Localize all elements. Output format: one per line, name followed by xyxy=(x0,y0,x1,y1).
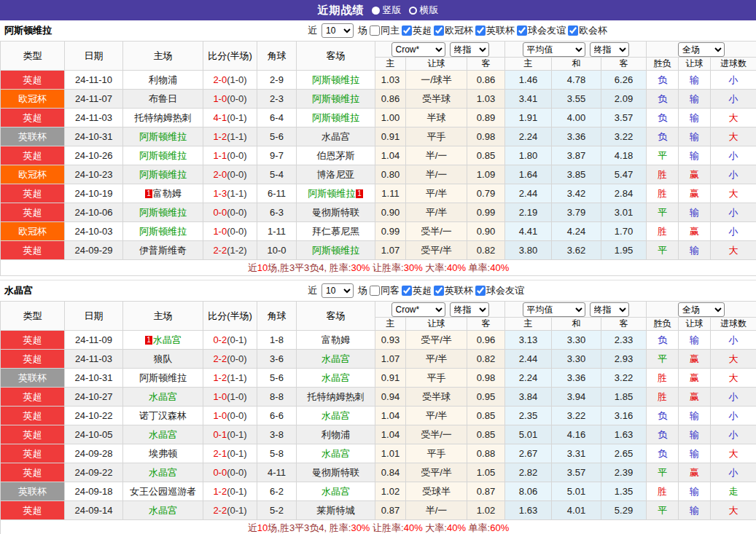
fulltime-score[interactable]: 2-0 xyxy=(213,74,227,85)
fulltime-score[interactable]: 1-0 xyxy=(213,391,227,402)
halftime-score[interactable]: (1-0) xyxy=(227,391,246,402)
radio-unselected-icon[interactable] xyxy=(409,7,417,15)
league-filter[interactable]: 英联杯 xyxy=(434,284,473,297)
fulltime-score[interactable]: 1-0 xyxy=(213,93,227,104)
away-team-name[interactable]: 阿斯顿维拉 xyxy=(312,245,359,256)
fulltime-score[interactable]: 4-1 xyxy=(213,112,227,123)
halftime-score[interactable]: (0-0) xyxy=(227,353,246,364)
away-team-name[interactable]: 曼彻斯特联 xyxy=(312,207,359,218)
league-filter[interactable]: 球会友谊 xyxy=(517,24,566,37)
average-select[interactable]: 平均值 xyxy=(523,302,585,317)
home-team-name[interactable]: 女王公园巡游者 xyxy=(130,486,196,497)
fulltime-select[interactable]: 全场 xyxy=(678,302,725,317)
home-team-name[interactable]: 水晶宫 xyxy=(149,505,177,516)
same-away-checkbox[interactable] xyxy=(370,286,380,296)
home-team-name[interactable]: 水晶宫 xyxy=(153,334,182,345)
league-checkbox[interactable] xyxy=(568,25,578,36)
home-team-name[interactable]: 托特纳姆热刺 xyxy=(135,112,192,123)
home-team-name[interactable]: 利物浦 xyxy=(149,74,177,85)
away-team-name[interactable]: 托特纳姆热刺 xyxy=(308,391,365,402)
away-team-name[interactable]: 水晶宫 xyxy=(322,372,350,383)
league-checkbox[interactable] xyxy=(475,25,486,36)
home-team-name[interactable]: 布鲁日 xyxy=(149,93,177,104)
halftime-score[interactable]: (0-1) xyxy=(227,429,246,440)
league-checkbox[interactable] xyxy=(434,286,444,296)
fulltime-score[interactable]: 0-2 xyxy=(213,334,227,345)
away-team-name[interactable]: 水晶宫 xyxy=(322,448,350,459)
home-team-name[interactable]: 阿斯顿维拉 xyxy=(139,131,187,142)
halftime-score[interactable]: (1-1) xyxy=(227,372,246,383)
home-team-name[interactable]: 阿斯顿维拉 xyxy=(139,169,187,180)
home-team-name[interactable]: 阿斯顿维拉 xyxy=(139,150,187,161)
fulltime-score[interactable]: 2-1 xyxy=(213,448,227,459)
halftime-score[interactable]: (0-0) xyxy=(227,169,246,180)
away-team-name[interactable]: 富勒姆 xyxy=(322,334,350,345)
away-team-name[interactable]: 阿斯顿维拉 xyxy=(312,93,359,104)
final-odds-select[interactable]: 终指 xyxy=(590,42,629,57)
league-checkbox[interactable] xyxy=(402,286,412,296)
halftime-score[interactable]: (0-1) xyxy=(227,112,246,123)
away-team-name[interactable]: 博洛尼亚 xyxy=(317,169,355,180)
layout-option-vertical[interactable]: 竖版 xyxy=(372,4,402,17)
league-checkbox[interactable] xyxy=(517,25,527,36)
home-team-name[interactable]: 水晶宫 xyxy=(149,429,177,440)
home-team-name[interactable]: 富勒姆 xyxy=(153,188,182,199)
halftime-score[interactable]: (1-1) xyxy=(227,131,246,142)
average-select[interactable]: 平均值 xyxy=(523,42,585,57)
bookmaker-select[interactable]: Crow* xyxy=(391,42,445,57)
away-team-name[interactable]: 水晶宫 xyxy=(322,131,350,142)
league-filter[interactable]: 英超 xyxy=(402,24,432,37)
fulltime-score[interactable]: 1-0 xyxy=(213,410,227,421)
away-team-name[interactable]: 拜仁慕尼黑 xyxy=(312,226,359,237)
halftime-score[interactable]: (0-0) xyxy=(227,226,246,237)
halftime-score[interactable]: (1-2) xyxy=(227,245,246,256)
same-away-filter[interactable]: 同客 xyxy=(370,284,400,297)
league-filter[interactable]: 欧冠杯 xyxy=(434,24,473,37)
halftime-score[interactable]: (0-1) xyxy=(227,334,246,345)
match-count-select[interactable]: 10 xyxy=(322,283,354,298)
halftime-score[interactable]: (1-0) xyxy=(227,74,246,85)
fulltime-score[interactable]: 2-2 xyxy=(213,245,227,256)
away-team-name[interactable]: 阿斯顿维拉 xyxy=(312,112,359,123)
halftime-score[interactable]: (1-1) xyxy=(227,188,246,199)
fulltime-score[interactable]: 1-2 xyxy=(213,372,227,383)
halftime-score[interactable]: (0-0) xyxy=(227,93,246,104)
bookmaker-select[interactable]: Crow* xyxy=(391,302,445,317)
league-checkbox[interactable] xyxy=(434,25,444,36)
league-filter[interactable]: 球会友谊 xyxy=(475,284,524,297)
radio-selected-icon[interactable] xyxy=(372,7,380,15)
away-team-name[interactable]: 水晶宫 xyxy=(322,353,350,364)
fulltime-score[interactable]: 0-1 xyxy=(213,429,227,440)
league-checkbox[interactable] xyxy=(402,25,412,36)
away-team-name[interactable]: 水晶宫 xyxy=(322,410,350,421)
home-team-name[interactable]: 阿斯顿维拉 xyxy=(139,372,187,383)
away-team-name[interactable]: 阿斯顿维拉 xyxy=(308,188,355,199)
fulltime-score[interactable]: 0-0 xyxy=(213,207,227,218)
match-count-select[interactable]: 10 xyxy=(322,23,354,38)
final-odds-select[interactable]: 终指 xyxy=(590,302,629,317)
fulltime-score[interactable]: 1-3 xyxy=(213,188,227,199)
fulltime-score[interactable]: 1-0 xyxy=(213,226,227,237)
halftime-score[interactable]: (0-1) xyxy=(227,505,246,516)
away-team-name[interactable]: 莱斯特城 xyxy=(317,505,355,516)
away-team-name[interactable]: 曼彻斯特联 xyxy=(312,467,359,478)
home-team-name[interactable]: 阿斯顿维拉 xyxy=(139,226,187,237)
home-team-name[interactable]: 埃弗顿 xyxy=(149,448,177,459)
halftime-score[interactable]: (0-0) xyxy=(227,410,246,421)
halftime-score[interactable]: (0-1) xyxy=(227,448,246,459)
same-home-checkbox[interactable] xyxy=(370,25,380,36)
final-odds-select[interactable]: 终指 xyxy=(450,302,489,317)
fulltime-score[interactable]: 1-2 xyxy=(213,486,227,497)
home-team-name[interactable]: 水晶宫 xyxy=(149,467,177,478)
fulltime-score[interactable]: 2-0 xyxy=(213,169,227,180)
home-team-name[interactable]: 诺丁汉森林 xyxy=(139,410,187,421)
away-team-name[interactable]: 利物浦 xyxy=(322,429,350,440)
fulltime-select[interactable]: 全场 xyxy=(678,42,725,57)
halftime-score[interactable]: (0-1) xyxy=(227,486,246,497)
halftime-score[interactable]: (0-0) xyxy=(227,467,246,478)
halftime-score[interactable]: (0-0) xyxy=(227,150,246,161)
fulltime-score[interactable]: 1-2 xyxy=(213,131,227,142)
final-odds-select[interactable]: 终指 xyxy=(450,42,489,57)
fulltime-score[interactable]: 2-2 xyxy=(213,353,227,364)
league-filter[interactable]: 英联杯 xyxy=(475,24,515,37)
